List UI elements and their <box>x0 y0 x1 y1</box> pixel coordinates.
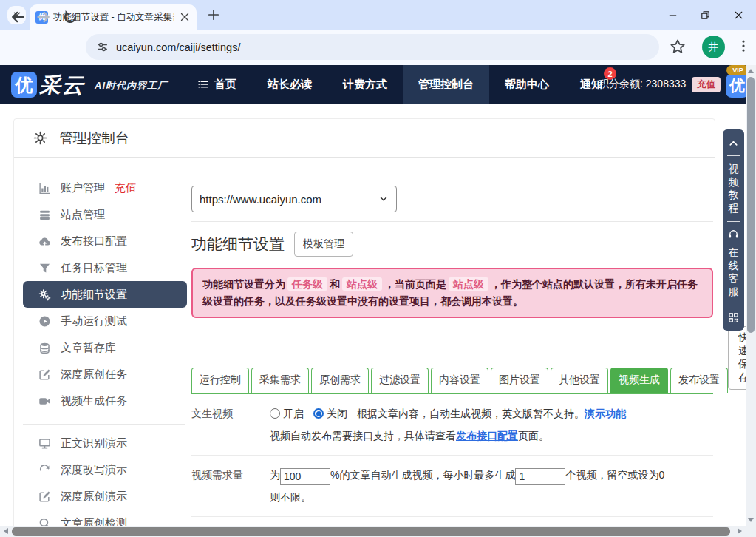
video-tutorial-link[interactable]: 视频教程 <box>728 163 740 215</box>
percent-input[interactable] <box>280 468 330 485</box>
settings-tab[interactable]: 其他设置 <box>551 368 608 393</box>
sidebar-item-label: 深度改写演示 <box>61 463 127 477</box>
back-button[interactable] <box>10 9 27 27</box>
horizontal-scroll-thumb[interactable] <box>12 527 730 536</box>
site-logo-text[interactable]: 采云 <box>39 71 85 101</box>
vertical-scroll-thumb[interactable] <box>747 77 755 333</box>
radio-icon[interactable] <box>270 408 280 419</box>
nav-item[interactable]: 站长必读 <box>252 65 327 104</box>
sidebar-item-label: 视频生成任务 <box>61 394 127 408</box>
sidebar-item-label: 任务目标管理 <box>61 261 127 275</box>
sites-icon <box>38 209 51 221</box>
sidebar-item[interactable]: 深度改写演示 <box>23 456 190 483</box>
edit-icon <box>38 490 51 503</box>
sidebar-item[interactable]: 功能细节设置 <box>23 281 187 308</box>
database-icon <box>38 342 51 354</box>
level-info-alert: 功能细节设置分为任务级和站点级，当前页面是站点级，作为整个站点的默认设置，所有未… <box>191 268 713 318</box>
refresh-icon <box>38 464 51 476</box>
sidebar-item[interactable]: 手动运行测试 <box>23 308 190 334</box>
chevron-down-icon <box>378 194 389 204</box>
settings-tab[interactable]: 内容设置 <box>431 368 488 393</box>
tab-strip: 优 功能细节设置 - 自动文章采集器 <box>0 0 756 30</box>
site-select[interactable]: https://www.ucaiyun.com <box>191 186 397 212</box>
settings-tab[interactable]: 过滤设置 <box>371 368 429 393</box>
row-description: 页面。 <box>518 430 549 442</box>
divider <box>23 424 185 425</box>
sidebar-item[interactable]: 深度原创任务 <box>23 361 190 388</box>
nav-item-label: 首页 <box>214 78 236 92</box>
nav-item[interactable]: 帮助中心 <box>489 65 565 104</box>
sidebar-item[interactable]: 文章暂存库 <box>23 334 190 361</box>
form-row-video-demand: 视频需求量 为%的文章自动生成视频，每小时最多生成个视频，留空或设为0 则不限。 <box>191 456 713 517</box>
radio-enable[interactable]: 开启 <box>270 408 304 419</box>
new-tab-button[interactable] <box>207 8 220 21</box>
gears-icon <box>38 288 51 301</box>
tab-close-icon[interactable] <box>179 11 191 23</box>
scroll-up-arrow[interactable] <box>748 69 754 73</box>
sidebar-item[interactable]: 账户管理充值 <box>23 175 190 201</box>
settings-tabs: 运行控制采集需求原创需求过滤设置内容设置图片设置其他设置视频生成发布设置 快速保… <box>191 326 713 394</box>
online-service-link[interactable]: 在线客服 <box>728 246 740 298</box>
alert-text: 和 <box>330 278 340 290</box>
main-content: https://www.ucaiyun.com 功能细节设置 模板管理 功能细节… <box>191 184 713 537</box>
sidebar-item[interactable]: 深度原创演示 <box>23 483 190 510</box>
site-select-value: https://www.ucaiyun.com <box>200 193 321 206</box>
template-manage-button[interactable]: 模板管理 <box>294 232 353 257</box>
sidebar-item-label: 发布接口配置 <box>61 234 127 249</box>
radio-disable[interactable]: 关闭 <box>313 408 347 419</box>
settings-tab[interactable]: 发布设置 <box>670 368 728 393</box>
browser-profile-avatar[interactable]: 井 <box>702 36 725 58</box>
gear-icon <box>33 130 48 146</box>
sidebar-item[interactable]: 任务目标管理 <box>23 254 190 281</box>
nav-item-label: 管理控制台 <box>418 78 474 92</box>
site-level-tag: 站点级 <box>342 277 382 291</box>
window-minimize-button[interactable] <box>661 3 684 27</box>
sidebar-item[interactable]: 视频生成任务 <box>23 388 190 414</box>
window-close-button[interactable] <box>726 3 750 27</box>
site-logo[interactable]: 优 <box>11 72 37 98</box>
nav-item[interactable]: 计费方式 <box>327 65 403 104</box>
sidebar-item[interactable]: 站点管理 <box>23 201 190 228</box>
nav-item[interactable]: 首页 <box>182 65 252 104</box>
vertical-scrollbar[interactable] <box>746 65 756 526</box>
headset-icon[interactable] <box>728 229 739 240</box>
alert-text: ，当前页面是 <box>384 278 446 290</box>
window-restore-button[interactable] <box>693 3 717 27</box>
bookmark-star-icon[interactable] <box>670 38 686 55</box>
recharge-link[interactable]: 充值 <box>115 181 137 195</box>
sidebar-item-label: 账户管理 <box>61 181 105 195</box>
hourly-max-input[interactable] <box>515 468 565 485</box>
scroll-right-arrow[interactable] <box>738 528 742 534</box>
nav-item-label: 帮助中心 <box>505 78 549 92</box>
browser-menu-icon[interactable] <box>736 38 751 55</box>
reload-button[interactable] <box>62 9 80 27</box>
publish-api-link[interactable]: 发布接口配置 <box>456 430 518 442</box>
radio-checked-icon[interactable] <box>313 408 324 419</box>
nav-item[interactable]: 管理控制台 <box>403 65 489 104</box>
settings-tab[interactable]: 运行控制 <box>191 368 249 393</box>
cloud-upload-icon <box>38 235 51 248</box>
chevron-up-icon[interactable] <box>728 138 739 149</box>
horizontal-scrollbar[interactable] <box>0 526 746 537</box>
scroll-left-arrow[interactable] <box>4 528 8 534</box>
recharge-button[interactable]: 充值 <box>692 77 721 92</box>
tabs-list: 运行控制采集需求原创需求过滤设置内容设置图片设置其他设置视频生成发布设置 <box>191 368 728 393</box>
sidebar-item[interactable]: 正文识别演示 <box>23 430 190 456</box>
sidebar-item[interactable]: 发布接口配置 <box>23 228 190 254</box>
video-icon <box>38 395 51 408</box>
nav-menu: 首页站长必读计费方式管理控制台帮助中心通知2 <box>182 65 618 104</box>
settings-tab[interactable]: 原创需求 <box>311 368 369 393</box>
address-bar[interactable]: ucaiyun.com/caiji/settings/ <box>86 34 659 60</box>
play-icon <box>38 315 51 328</box>
settings-tab[interactable]: 视频生成 <box>610 368 668 393</box>
settings-tab[interactable]: 采集需求 <box>251 368 309 393</box>
settings-tab[interactable]: 图片设置 <box>491 368 548 393</box>
qr-code-icon[interactable] <box>728 312 739 323</box>
scroll-down-arrow[interactable] <box>748 518 754 522</box>
sidebar: 账户管理充值站点管理发布接口配置任务目标管理功能细节设置手动运行测试文章暂存库深… <box>23 175 190 536</box>
browser-tab[interactable]: 优 功能细节设置 - 自动文章采集器 <box>30 4 197 30</box>
site-level-tag: 站点级 <box>449 277 488 291</box>
site-settings-icon[interactable] <box>96 41 109 53</box>
floating-quickbar: 视频教程 在线客服 <box>723 129 744 331</box>
demo-feature-link[interactable]: 演示功能 <box>585 408 626 419</box>
